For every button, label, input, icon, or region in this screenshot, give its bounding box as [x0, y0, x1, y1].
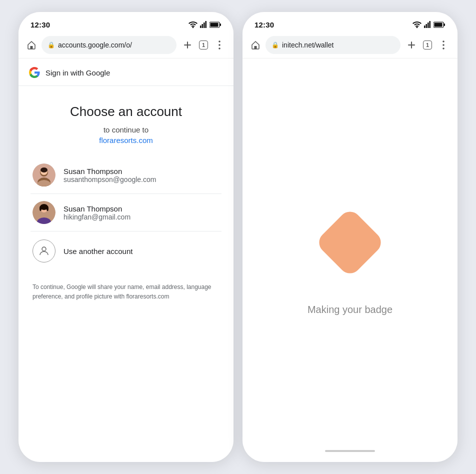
wifi-icon	[188, 21, 198, 28]
svg-point-12	[218, 44, 220, 46]
right-new-tab-button[interactable]	[404, 38, 418, 52]
bottom-indicator	[325, 450, 375, 452]
more-icon	[218, 40, 220, 50]
lock-icon: 🔒	[48, 42, 55, 48]
account-2-info: Susan Thompson hikingfan@gmail.com	[64, 204, 130, 221]
account-item-1[interactable]: Susan Thompson susanthompson@google.com	[30, 156, 222, 194]
account-2-email: hikingfan@gmail.com	[64, 213, 130, 221]
google-header: Sign in with Google	[18, 58, 234, 86]
svg-point-23	[40, 206, 42, 211]
right-tab-switcher-button[interactable]: 1	[420, 38, 434, 52]
left-browser-chrome: 🔒 accounts.google.com/o/ 1	[18, 33, 234, 58]
left-address-bar[interactable]: 🔒 accounts.google.com/o/	[42, 36, 176, 54]
account-chooser: Choose an account to continue to florare…	[18, 86, 234, 322]
svg-point-18	[40, 168, 48, 172]
account-1-name: Susan Thompson	[64, 167, 156, 176]
privacy-notice: To continue, Google will share your name…	[30, 270, 222, 310]
svg-rect-29	[426, 24, 428, 28]
right-phone: 12:30	[242, 12, 458, 462]
right-page-content: Making your badge	[242, 58, 458, 462]
svg-point-39	[442, 44, 444, 46]
right-address-bar[interactable]: 🔒 initech.net/wallet	[266, 36, 400, 54]
svg-point-0	[192, 27, 194, 28]
svg-rect-35	[254, 46, 257, 49]
badge-shape	[312, 205, 388, 280]
choose-title: Choose an account	[70, 104, 182, 120]
right-browser-chrome: 🔒 initech.net/wallet 1	[242, 33, 458, 58]
new-tab-button[interactable]	[180, 38, 194, 52]
svg-rect-8	[30, 46, 33, 49]
left-page-content: Sign in with Google Choose an account to…	[18, 58, 234, 462]
home-button[interactable]	[26, 39, 38, 51]
account-1-info: Susan Thompson susanthompson@google.com	[64, 167, 156, 184]
account-1-email: susanthompson@google.com	[64, 176, 156, 184]
plus-icon	[183, 40, 192, 50]
google-logo	[28, 66, 40, 78]
right-wifi-icon	[412, 21, 422, 28]
google-header-text: Sign in with Google	[46, 68, 110, 77]
continue-to-text: to continue to	[104, 126, 148, 134]
left-browser-actions: 1	[180, 38, 226, 52]
phones-container: 12:30	[0, 0, 476, 474]
svg-rect-7	[210, 22, 218, 26]
avatar-1	[32, 164, 56, 186]
battery-icon	[210, 22, 222, 28]
account-item-2[interactable]: Susan Thompson hikingfan@gmail.com	[30, 194, 222, 232]
right-home-icon	[250, 40, 260, 50]
tab-count: 1	[199, 40, 208, 50]
svg-point-24	[46, 206, 48, 211]
account-2-name: Susan Thompson	[64, 204, 130, 213]
right-more-icon	[442, 40, 444, 50]
signal-icon	[200, 21, 207, 28]
right-menu-button[interactable]	[436, 38, 450, 52]
account-list: Susan Thompson susanthompson@google.com	[30, 156, 222, 270]
svg-rect-4	[206, 21, 207, 28]
svg-point-26	[42, 247, 46, 251]
domain-link[interactable]: floraresorts.com	[99, 136, 153, 144]
svg-point-38	[442, 40, 444, 42]
home-icon	[26, 40, 36, 50]
making-badge-text: Making your badge	[308, 304, 392, 316]
right-time: 12:30	[254, 20, 274, 29]
right-battery-icon	[434, 22, 446, 28]
menu-button[interactable]	[212, 38, 226, 52]
left-status-bar: 12:30	[18, 12, 234, 33]
svg-point-40	[442, 48, 444, 50]
avatar-1-image	[32, 164, 56, 186]
svg-point-13	[218, 48, 220, 50]
svg-rect-28	[424, 26, 426, 28]
right-plus-icon	[407, 40, 416, 50]
svg-rect-41	[314, 207, 385, 278]
svg-rect-3	[204, 22, 205, 28]
svg-rect-2	[202, 24, 204, 28]
svg-rect-1	[200, 26, 202, 28]
svg-rect-6	[220, 24, 222, 26]
svg-rect-31	[430, 21, 431, 28]
avatar-2	[32, 201, 56, 224]
left-phone: 12:30	[18, 12, 234, 462]
use-another-account[interactable]: Use another account	[30, 232, 222, 270]
right-status-bar: 12:30	[242, 12, 458, 33]
use-another-text: Use another account	[64, 247, 132, 256]
svg-rect-30	[428, 22, 429, 28]
right-browser-actions: 1	[404, 38, 450, 52]
left-status-icons	[188, 21, 222, 28]
person-icon-circle	[32, 240, 56, 262]
svg-rect-34	[434, 22, 442, 26]
right-home-button[interactable]	[250, 39, 262, 51]
svg-point-27	[416, 27, 418, 28]
svg-point-11	[218, 40, 220, 42]
left-address-text: accounts.google.com/o/	[58, 41, 132, 49]
right-lock-icon: 🔒	[272, 42, 279, 48]
svg-rect-33	[444, 24, 446, 26]
right-status-icons	[412, 21, 446, 28]
right-address-text: initech.net/wallet	[282, 41, 334, 49]
right-signal-icon	[424, 21, 431, 28]
right-tab-count: 1	[423, 40, 432, 50]
tab-switcher-button[interactable]: 1	[196, 38, 210, 52]
person-icon	[38, 245, 50, 257]
left-time: 12:30	[30, 20, 50, 29]
avatar-2-image	[32, 201, 56, 224]
